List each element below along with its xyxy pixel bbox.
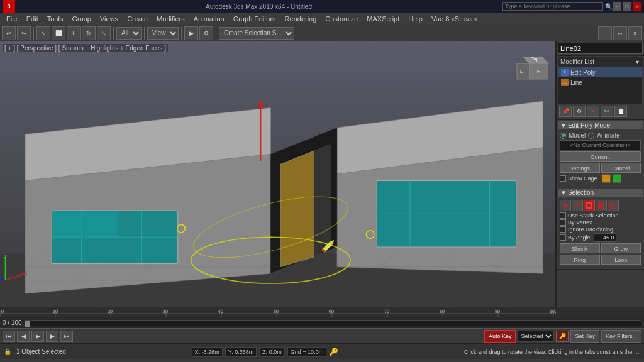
show-cage-checkbox[interactable] bbox=[560, 175, 566, 182]
menu-item-edit[interactable]: Edit bbox=[23, 14, 42, 23]
cancel-button[interactable]: Cancel bbox=[601, 163, 641, 173]
timeline-thumb[interactable] bbox=[25, 321, 30, 327]
modifier-list-dropdown-icon[interactable]: ▼ bbox=[635, 59, 640, 65]
align-button[interactable]: ≡ bbox=[628, 26, 642, 40]
angle-input[interactable] bbox=[594, 233, 616, 242]
edit-poly-mode-section: ▼ Edit Poly Mode Model Animate <No Curre… bbox=[557, 120, 644, 187]
key-filters-button[interactable]: Key Filters... bbox=[601, 330, 641, 343]
mod-config-button[interactable]: ⚙ bbox=[573, 106, 586, 117]
goto-start-button[interactable]: ⏮ bbox=[3, 331, 15, 342]
redo-button[interactable]: ↪ bbox=[17, 26, 31, 40]
edit-poly-mode-header[interactable]: ▼ Edit Poly Mode bbox=[558, 121, 643, 129]
ignore-backfacing-label: Ignore Backfacing bbox=[568, 226, 613, 233]
move-button[interactable]: ✛ bbox=[67, 26, 80, 40]
menu-item-maxscript[interactable]: MAXScript bbox=[363, 14, 403, 23]
mod-cut-button[interactable]: ✂ bbox=[601, 106, 613, 117]
object-name-field[interactable] bbox=[558, 43, 643, 54]
menu-item-tools[interactable]: Tools bbox=[43, 14, 67, 23]
y-coord-display: Y: 0.368m bbox=[225, 347, 257, 357]
menu-item-help[interactable]: Help bbox=[404, 14, 426, 23]
next-frame-button[interactable]: ▶ bbox=[46, 331, 58, 342]
model-radio[interactable] bbox=[560, 133, 566, 139]
render-setup-button[interactable]: ⚙ bbox=[199, 26, 213, 40]
scene-geometry: X Y Z bbox=[0, 41, 555, 307]
key-icon: 🔑 bbox=[329, 348, 338, 356]
commit-button[interactable]: Commit bbox=[560, 151, 641, 162]
viewport-3d[interactable]: [ + ] [ Perspective ] [ Smooth + Highlig… bbox=[0, 41, 556, 307]
cage-color-swatch-1[interactable] bbox=[602, 174, 611, 183]
shrink-button[interactable]: Shrink bbox=[560, 243, 600, 253]
sel-buttons-grid: Shrink Grow Ring Loop bbox=[560, 243, 641, 265]
menu-item-animation[interactable]: Animation bbox=[190, 14, 228, 23]
ring-button[interactable]: Ring bbox=[560, 255, 600, 265]
scale-button[interactable]: ⤡ bbox=[97, 26, 111, 40]
goto-end-button[interactable]: ⏭ bbox=[60, 331, 73, 342]
menu-item-modifiers[interactable]: Modifiers bbox=[153, 14, 189, 23]
polygon-select-icon[interactable] bbox=[596, 200, 607, 211]
menu-item-vue-8-xstream[interactable]: Vue 8 xStream bbox=[428, 14, 480, 23]
set-key-icon[interactable]: 🔑 bbox=[556, 331, 569, 342]
svg-text:Top: Top bbox=[531, 57, 538, 62]
modifier-list-header: Modifier List ▼ bbox=[558, 57, 643, 67]
select-button[interactable]: ↖ bbox=[36, 26, 50, 40]
settings-button[interactable]: Settings bbox=[560, 163, 600, 173]
cage-color-swatch-2[interactable] bbox=[613, 174, 621, 183]
maximize-button[interactable]: □ bbox=[623, 2, 631, 11]
use-stack-row: Use Stack Selection bbox=[560, 212, 641, 219]
menu-item-group[interactable]: Group bbox=[68, 14, 95, 23]
vertex-select-icon[interactable] bbox=[560, 200, 571, 211]
auto-key-button[interactable]: Auto Key bbox=[484, 330, 516, 343]
close-button[interactable]: ✕ bbox=[633, 2, 641, 11]
menu-item-create[interactable]: Create bbox=[123, 14, 152, 23]
menu-item-views[interactable]: Views bbox=[96, 14, 122, 23]
navigation-cube[interactable]: L F Top bbox=[511, 48, 548, 85]
use-stack-checkbox[interactable] bbox=[560, 212, 566, 219]
menu-item-customize[interactable]: Customize bbox=[321, 14, 362, 23]
element-select-icon[interactable] bbox=[608, 200, 619, 211]
minimize-button[interactable]: − bbox=[613, 2, 621, 11]
lock-icon: 🔒 bbox=[4, 348, 11, 355]
menu-item-graph-editors[interactable]: Graph Editors bbox=[230, 14, 280, 23]
selection-section: ▼ Selection bbox=[557, 187, 644, 270]
undo-button[interactable]: ↩ bbox=[2, 26, 16, 40]
modifier-edit-poly-label: Edit Poly bbox=[570, 69, 595, 76]
play-button[interactable]: ▶ bbox=[31, 331, 44, 342]
x-coord-display: X: -3.26m bbox=[192, 347, 223, 357]
border-select-icon[interactable] bbox=[584, 200, 595, 211]
rotate-button[interactable]: ↻ bbox=[82, 26, 96, 40]
modifier-item-line[interactable]: — Line bbox=[558, 77, 642, 87]
titlebar: 3 Autodesk 3ds Max 2010 x64 - Untitled 🔍… bbox=[0, 0, 644, 13]
mirror-button[interactable]: ⇔ bbox=[613, 26, 627, 40]
ruler-svg: 0 10 20 30 40 50 60 70 80 90 100 bbox=[0, 307, 556, 317]
by-vertex-checkbox[interactable] bbox=[560, 219, 566, 226]
set-key-button[interactable]: Set Key bbox=[570, 330, 599, 343]
svg-text:0: 0 bbox=[1, 309, 4, 314]
edge-select-icon[interactable] bbox=[572, 200, 583, 211]
grow-button[interactable]: Grow bbox=[601, 243, 641, 253]
prev-frame-button[interactable]: ◀ bbox=[17, 331, 30, 342]
timeline-bar[interactable] bbox=[25, 320, 641, 326]
edit-poly-mode-title: Edit Poly Mode bbox=[568, 122, 610, 129]
loop-button[interactable]: Loop bbox=[601, 255, 641, 265]
search-input[interactable] bbox=[502, 2, 603, 11]
modifier-item-edit-poly[interactable]: ✦ Edit Poly bbox=[558, 67, 642, 77]
create-selection-dropdown[interactable]: Create Selection S... bbox=[219, 27, 294, 40]
by-angle-checkbox[interactable] bbox=[560, 234, 566, 241]
line-icon: — bbox=[561, 79, 569, 86]
mod-delete-button[interactable]: ✕ bbox=[587, 106, 599, 117]
view-dropdown[interactable]: View bbox=[147, 27, 179, 40]
mod-paste-button[interactable]: 📋 bbox=[614, 106, 627, 117]
auto-key-select[interactable]: Selected bbox=[518, 331, 554, 342]
search-icon[interactable]: 🔍 bbox=[605, 3, 613, 10]
render-button[interactable]: ▶ bbox=[184, 26, 198, 40]
selection-filter-dropdown[interactable]: All bbox=[116, 27, 142, 40]
ignore-backfacing-checkbox[interactable] bbox=[560, 226, 566, 233]
mod-pin-button[interactable]: 📌 bbox=[559, 106, 572, 117]
menu-item-file[interactable]: File bbox=[3, 14, 21, 23]
snap-button[interactable]: ⋮ bbox=[598, 26, 612, 40]
select-region-button[interactable]: ⬜ bbox=[52, 26, 65, 40]
selection-header[interactable]: ▼ Selection bbox=[558, 189, 643, 197]
animate-radio[interactable] bbox=[588, 133, 594, 139]
svg-text:X: X bbox=[24, 270, 28, 276]
menu-item-rendering[interactable]: Rendering bbox=[281, 14, 321, 23]
